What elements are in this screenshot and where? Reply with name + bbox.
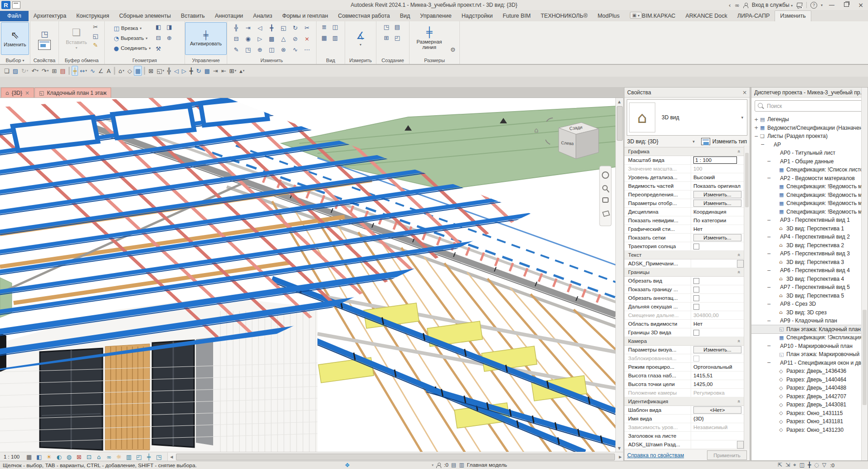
tree-item[interactable]: − АР9 - Кладочный план bbox=[751, 317, 868, 325]
account-icon[interactable] bbox=[743, 3, 748, 8]
panel-label-select[interactable]: Выбор▾ bbox=[0, 57, 30, 64]
property-row[interactable]: Дисциплина Координация Координация bbox=[624, 208, 744, 216]
cope-button[interactable]: ◫Врезка▾ bbox=[114, 23, 151, 33]
tab-massing-site[interactable]: Формы и генплан bbox=[277, 11, 333, 21]
property-edit-button[interactable]: Изменить... bbox=[693, 234, 741, 241]
navigation-bar[interactable] bbox=[600, 166, 611, 226]
tree-item[interactable]: Спецификация: !Ведомость м bbox=[751, 199, 868, 208]
close-properties-icon[interactable]: × bbox=[742, 89, 747, 96]
tree-expander[interactable]: − bbox=[767, 217, 773, 223]
tree-item[interactable]: Разрез: Дверь_1440488 bbox=[751, 384, 868, 392]
mirror-axis-icon[interactable]: ▷ bbox=[254, 33, 266, 44]
minimize-button[interactable]: — bbox=[826, 2, 837, 8]
tree-item[interactable]: − АР5 - Перспективный вид 3 bbox=[751, 249, 868, 258]
linework-icon[interactable]: ∿ bbox=[289, 44, 301, 55]
tab-lira[interactable]: ЛИРА-САПР bbox=[732, 11, 775, 21]
property-row[interactable]: Переопределения... Изменить... Изменить.… bbox=[624, 191, 744, 199]
model-3d-view[interactable]: ⌂ Сзади Слева bbox=[0, 98, 616, 452]
scroll-down-icon[interactable]: ▼ bbox=[616, 445, 623, 452]
associate-parameter-button[interactable] bbox=[737, 260, 744, 268]
copy-icon[interactable]: ◱ bbox=[278, 22, 289, 33]
tree-item[interactable]: Разрез: Дверь_1440464 bbox=[751, 376, 868, 384]
horizontal-scroll-thumb[interactable] bbox=[176, 454, 615, 460]
tree-item-masonry-plan[interactable]: План этажа: Кладочный план bbox=[751, 325, 868, 334]
horizontal-scrollbar[interactable]: ◀ ▶ bbox=[167, 453, 623, 461]
type-dropdown-icon[interactable]: ▾ bbox=[741, 115, 743, 120]
tree-expander[interactable]: − bbox=[767, 360, 773, 366]
revit-app-icon[interactable]: R bbox=[1, 1, 10, 9]
property-row[interactable]: Область видимости Нет Нет bbox=[624, 320, 744, 328]
modify-button[interactable]: ⇖ Изменить bbox=[1, 22, 29, 55]
property-row[interactable]: ADSK_Штамп Разд... bbox=[624, 440, 744, 449]
panel-label-create[interactable]: Создание bbox=[376, 57, 409, 64]
aligned-dimension-icon[interactable]: ╪▾ bbox=[72, 66, 78, 76]
tab-modify[interactable]: Изменить bbox=[775, 10, 811, 21]
instance-dropdown-icon[interactable]: ▾ bbox=[692, 139, 695, 144]
tree-item[interactable]: − АР4 - Перспективный вид 2 bbox=[751, 233, 868, 241]
tree-item[interactable]: − АР11 - Спецификация окон и двере bbox=[751, 359, 868, 367]
shadows-icon[interactable]: ◐ bbox=[54, 454, 64, 460]
beam-join-icon[interactable]: ⊟ bbox=[154, 33, 163, 42]
tree-item[interactable]: Разрез: Окно_1431230 bbox=[751, 426, 868, 435]
property-checkbox[interactable] bbox=[693, 356, 699, 362]
edit-type-button[interactable]: Изменить тип bbox=[712, 138, 747, 145]
spline-icon[interactable]: ∿▾ bbox=[89, 66, 97, 76]
align-icon[interactable]: ╬ bbox=[230, 22, 242, 33]
property-row[interactable]: Высота точки цели 1425,00 1425,00 bbox=[624, 380, 744, 389]
reveal-hidden-icon[interactable]: ☼ bbox=[114, 454, 124, 460]
search-icon[interactable]: ∞ bbox=[735, 2, 740, 8]
visibility-graphics-icon[interactable]: ▦▾ bbox=[134, 66, 142, 76]
tab-collaborate[interactable]: Совместная работа bbox=[333, 11, 395, 21]
property-row[interactable]: Режим проециро... Ортогональный Ортогона… bbox=[624, 363, 744, 371]
collapse-search-icon[interactable]: ‹ bbox=[729, 2, 731, 8]
print-icon[interactable]: ⊞▾ bbox=[50, 66, 58, 76]
demolish-icon[interactable]: ⚒ bbox=[154, 44, 163, 53]
worksharing-display-icon[interactable]: ◰ bbox=[134, 454, 144, 460]
tree-item[interactable]: 3D вид: Перспектива 4 bbox=[751, 275, 868, 283]
tree-item[interactable]: − АР7 - Перспективный вид 5 bbox=[751, 283, 868, 292]
select-links-icon[interactable]: ⇱ bbox=[778, 462, 782, 468]
select-pinned-icon[interactable]: ⌖ bbox=[793, 462, 796, 468]
cut-geometry-button[interactable]: ◔Вырезать▾ bbox=[114, 33, 151, 43]
save-icon[interactable]: ▨▾ bbox=[11, 66, 20, 76]
tree-item[interactable]: + Легенды bbox=[751, 115, 868, 124]
properties-help-link[interactable]: Справка по свойствам bbox=[627, 452, 684, 459]
property-row[interactable]: Обрезать аннотац... bbox=[624, 294, 744, 303]
tree-item[interactable]: + Ведомости/Спецификации (Назначен bbox=[751, 124, 868, 132]
help-menu-icon[interactable]: ▾ bbox=[821, 3, 823, 7]
tree-item[interactable]: Разрез: Дверь_1442707 bbox=[751, 392, 868, 401]
property-checkbox[interactable] bbox=[693, 304, 699, 310]
tree-item[interactable]: Разрез: Окно_1431181 bbox=[751, 417, 868, 426]
tree-item[interactable]: − АР10 - Маркировочный план bbox=[751, 342, 868, 351]
paste-icon[interactable]: ◱▾ bbox=[155, 66, 166, 76]
scroll-left-icon[interactable]: ◀ bbox=[168, 455, 175, 459]
vertical-scroll-thumb[interactable] bbox=[617, 106, 623, 141]
create-similar2-icon[interactable]: ◳ bbox=[382, 22, 391, 31]
property-row[interactable]: Зависимость уров... Независимый Независи… bbox=[624, 423, 744, 432]
displace-elements-icon[interactable]: ◳ bbox=[154, 454, 164, 460]
angle-icon[interactable]: ∠▾ bbox=[97, 66, 105, 76]
property-row[interactable]: Обрезать вид bbox=[624, 277, 744, 285]
panel-label-clipboard[interactable]: Буфер обмена bbox=[59, 57, 104, 64]
group-phasing[interactable]: Стадии bbox=[624, 449, 744, 450]
scale-icon[interactable]: △ bbox=[278, 33, 289, 44]
array2-icon[interactable]: ▩▾ bbox=[203, 66, 211, 76]
mirror-project-icon[interactable]: ◁ bbox=[254, 22, 266, 33]
qat-separator[interactable]: ▾ bbox=[114, 67, 115, 75]
store-cart-icon[interactable] bbox=[796, 3, 803, 8]
panel-label-properties[interactable]: Свойства bbox=[30, 57, 59, 64]
property-checkbox[interactable] bbox=[693, 295, 699, 301]
tree-expander[interactable]: − bbox=[767, 234, 773, 240]
properties-header[interactable]: Свойства× bbox=[624, 88, 750, 98]
sun-path-icon[interactable]: ☀ bbox=[44, 454, 54, 460]
sync-icon[interactable]: ↻▾ bbox=[20, 66, 29, 76]
search-input[interactable] bbox=[755, 100, 864, 112]
instance-selector[interactable]: 3D вид: {3D} bbox=[627, 138, 658, 145]
apply-button[interactable]: Применить bbox=[707, 450, 747, 460]
tree-expander[interactable]: − bbox=[767, 318, 773, 324]
visual-style-icon[interactable]: ◧ bbox=[34, 454, 44, 460]
tab-manage[interactable]: Управление bbox=[415, 11, 457, 21]
panel-label-geometry[interactable]: Геометрия bbox=[105, 57, 185, 64]
property-row[interactable]: Показать границу ... bbox=[624, 285, 744, 294]
viewcube[interactable]: Сзади Слева bbox=[559, 122, 599, 159]
